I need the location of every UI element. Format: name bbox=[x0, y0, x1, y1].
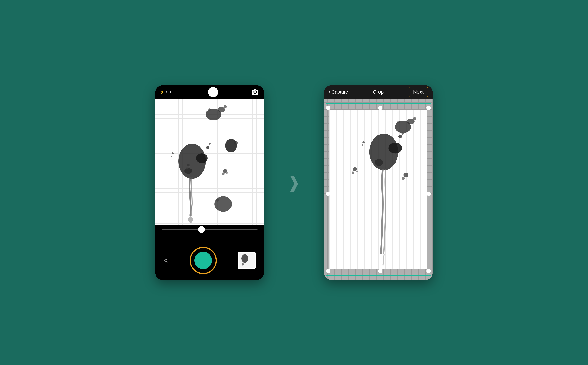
capture-button-circle bbox=[195, 252, 212, 269]
svg-point-24 bbox=[241, 254, 248, 263]
slider-track bbox=[162, 229, 258, 230]
svg-point-5 bbox=[171, 156, 172, 157]
crop-view bbox=[324, 99, 433, 280]
svg-point-10 bbox=[224, 105, 227, 108]
svg-point-11 bbox=[209, 108, 211, 111]
next-button[interactable]: Next bbox=[409, 87, 428, 97]
arrow-container: ❱ bbox=[287, 175, 301, 190]
crop-handle-top-mid[interactable] bbox=[378, 106, 382, 110]
svg-point-4 bbox=[172, 152, 174, 154]
flash-label: OFF bbox=[166, 90, 175, 95]
bottom-controls: < bbox=[160, 247, 259, 274]
crop-border bbox=[326, 103, 431, 276]
phone-right: ‹ Capture Crop Next bbox=[324, 85, 433, 280]
svg-point-17 bbox=[189, 166, 190, 167]
svg-point-2 bbox=[184, 168, 192, 174]
left-bottom-bar: < bbox=[155, 225, 264, 280]
svg-point-26 bbox=[242, 263, 244, 266]
svg-point-1 bbox=[196, 153, 208, 163]
crop-title: Crop bbox=[373, 89, 384, 95]
main-container: ⚡ OFF bbox=[0, 0, 588, 365]
svg-point-7 bbox=[209, 143, 210, 145]
crop-handle-bottom-left[interactable] bbox=[326, 269, 330, 273]
crop-handle-bottom-mid[interactable] bbox=[378, 269, 382, 273]
chevron-left-icon: ‹ bbox=[329, 89, 330, 95]
camera-switch-icon[interactable] bbox=[251, 88, 259, 96]
svg-point-22 bbox=[226, 172, 228, 174]
left-top-bar: ⚡ OFF bbox=[155, 85, 264, 99]
capture-back-button[interactable]: ‹ Capture bbox=[329, 89, 348, 95]
svg-point-15 bbox=[187, 164, 189, 166]
svg-point-14 bbox=[234, 141, 238, 145]
svg-point-18 bbox=[215, 196, 232, 212]
crop-handle-mid-left[interactable] bbox=[326, 191, 330, 196]
svg-point-6 bbox=[206, 146, 209, 149]
capture-button-outer[interactable] bbox=[189, 247, 217, 274]
right-top-bar: ‹ Capture Crop Next bbox=[324, 85, 433, 99]
svg-point-21 bbox=[222, 172, 225, 175]
svg-point-16 bbox=[186, 167, 188, 169]
flash-icon: ⚡ bbox=[160, 90, 165, 94]
phone-left: ⚡ OFF bbox=[155, 85, 264, 280]
back-button[interactable]: < bbox=[164, 257, 168, 264]
crop-handle-top-right[interactable] bbox=[427, 106, 431, 110]
thumbnail-preview[interactable] bbox=[238, 252, 256, 269]
capture-back-label: Capture bbox=[331, 89, 348, 95]
svg-point-12 bbox=[206, 111, 208, 113]
slider-thumb[interactable] bbox=[198, 226, 205, 233]
flash-area[interactable]: ⚡ OFF bbox=[160, 90, 175, 95]
ink-splash-left bbox=[155, 99, 264, 225]
arrow-right-icon: ❱ bbox=[287, 175, 301, 190]
svg-point-9 bbox=[218, 107, 225, 112]
crop-handle-mid-right[interactable] bbox=[427, 191, 431, 196]
capture-button-inner bbox=[192, 250, 214, 271]
svg-point-13 bbox=[225, 139, 237, 152]
svg-point-3 bbox=[188, 217, 193, 223]
shutter-indicator bbox=[208, 87, 218, 97]
zoom-slider[interactable] bbox=[160, 229, 259, 230]
crop-handle-top-left[interactable] bbox=[326, 106, 330, 110]
svg-point-19 bbox=[216, 199, 219, 202]
crop-handle-bottom-right[interactable] bbox=[427, 269, 431, 273]
camera-view bbox=[155, 99, 264, 225]
